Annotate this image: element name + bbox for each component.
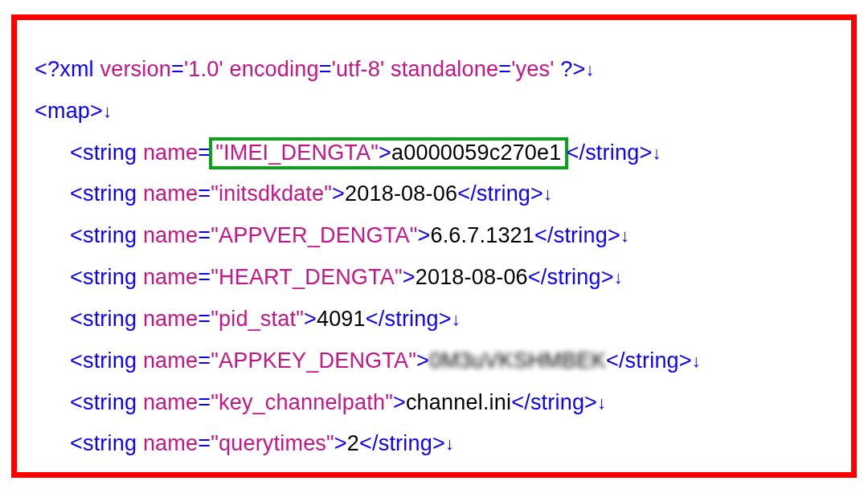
code-frame: <?xml version='1.0' encoding='utf-8' sta… [11,14,857,478]
string-open-tag: <string [70,141,143,165]
string-close-tag: </string> [606,348,692,373]
eol-mark: ↓ [445,434,454,454]
name-attr-key: name [143,431,198,455]
eol-mark: ↓ [614,267,623,287]
string-open-tag: <string [70,431,143,455]
xml-version-val: '1.0' [184,57,223,81]
xml-decl-open: <?xml [35,57,100,81]
string-close-tag: </string> [511,390,597,414]
string-close-tag: </string> [366,307,452,331]
name-attr-key: name [143,390,198,414]
name-attr-val: "pid_stat" [211,307,304,331]
xml-standalone-val: 'yes' [511,57,554,81]
eol-mark: ↓ [652,143,661,163]
string-value: 2018-08-06 [416,265,528,289]
xml-version-key: version [100,57,170,81]
string-close-tag: </string> [457,181,543,206]
eol-mark: ↓ [103,101,112,121]
eol-mark: ↓ [109,475,118,478]
string-value: 2018-08-06 [345,181,457,206]
eol-mark: ↓ [543,184,552,204]
name-attr-val: "APPVER_DENGTA" [211,223,417,247]
page-outer: <?xml version='1.0' encoding='utf-8' sta… [0,0,868,489]
name-attr-key: name [143,265,198,289]
name-attr-val: "key_channelpath" [211,390,393,414]
name-attr-val: "IMEI_DENGTA" [215,141,379,165]
string-value: 4091 [317,307,366,331]
string-open-tag: <string [70,390,143,414]
string-open-tag: <string [70,307,143,331]
name-attr-key: name [143,141,198,165]
string-close-tag: </string> [534,223,620,247]
eol-mark: ↓ [620,226,629,246]
string-value: 6.6.7.1321 [430,223,534,247]
name-attr-val: "APPKEY_DENGTA" [211,348,416,373]
string-value: 2 [347,431,359,455]
name-attr-key: name [143,348,198,373]
string-value-redacted: 0M3uVKSHMBEK [429,340,606,382]
name-attr-val: "querytimes" [211,431,334,455]
eol-mark: ↓ [597,393,606,413]
string-open-tag: <string [70,223,143,247]
xml-decl-close: ?> [555,57,586,81]
xml-code-block: <?xml version='1.0' encoding='utf-8' sta… [35,49,833,478]
string-value: a0000059c270e1 [391,141,562,165]
name-attr-key: name [143,223,198,247]
string-value: channel.ini [406,390,511,414]
string-open-tag: <string [70,348,143,373]
map-open-tag: <map> [35,99,103,123]
xml-encoding-val: 'utf-8' [332,57,385,81]
name-attr-val: "HEART_DENGTA" [211,265,403,289]
string-close-tag: </string> [359,431,445,455]
xml-standalone-key: standalone [384,57,498,81]
eol-mark: ↓ [452,309,461,329]
eol-mark: ↓ [585,59,594,79]
name-attr-key: name [143,307,198,331]
highlight-box: "IMEI_DENGTA">a0000059c270e1 [209,137,567,169]
name-attr-key: name [143,181,198,206]
eol-mark: ↓ [692,351,701,371]
name-attr-val: "initsdkdate" [211,181,332,206]
string-close-tag: </string> [528,265,614,289]
string-open-tag: <string [70,265,143,289]
string-open-tag: <string [70,181,143,206]
map-close-tag: </map> [35,473,109,478]
xml-encoding-key: encoding [223,57,319,81]
string-close-tag: </string> [567,141,653,165]
